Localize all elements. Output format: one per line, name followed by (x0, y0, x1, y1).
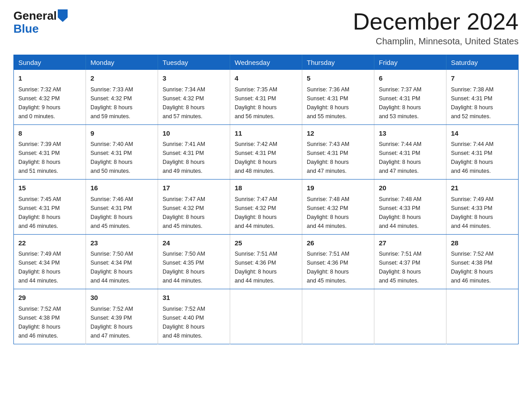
day-info-12: Sunrise: 7:43 AMSunset: 4:31 PMDaylight:… (307, 140, 369, 176)
empty-day-cell (230, 289, 302, 344)
day-cell-14: 14Sunrise: 7:44 AMSunset: 4:31 PMDayligh… (446, 124, 519, 180)
day-cell-26: 26Sunrise: 7:51 AMSunset: 4:36 PMDayligh… (302, 234, 374, 289)
day-cell-11: 11Sunrise: 7:42 AMSunset: 4:31 PMDayligh… (230, 124, 302, 180)
day-info-13: Sunrise: 7:44 AMSunset: 4:31 PMDaylight:… (379, 140, 442, 176)
day-cell-20: 20Sunrise: 7:48 AMSunset: 4:33 PMDayligh… (374, 180, 446, 235)
day-number-29: 29 (18, 293, 81, 303)
day-number-28: 28 (451, 238, 514, 248)
day-info-14: Sunrise: 7:44 AMSunset: 4:31 PMDaylight:… (451, 140, 514, 176)
day-info-16: Sunrise: 7:46 AMSunset: 4:31 PMDaylight:… (90, 195, 153, 231)
day-info-15: Sunrise: 7:45 AMSunset: 4:31 PMDaylight:… (18, 195, 81, 231)
day-number-18: 18 (235, 183, 297, 193)
svg-marker-0 (58, 9, 68, 22)
week-row-3: 15Sunrise: 7:45 AMSunset: 4:31 PMDayligh… (14, 180, 519, 235)
day-info-31: Sunrise: 7:52 AMSunset: 4:40 PMDaylight:… (163, 304, 225, 340)
day-info-3: Sunrise: 7:34 AMSunset: 4:32 PMDaylight:… (163, 85, 225, 121)
day-cell-18: 18Sunrise: 7:47 AMSunset: 4:32 PMDayligh… (230, 180, 302, 235)
day-number-22: 22 (18, 238, 81, 248)
day-number-12: 12 (307, 128, 369, 139)
day-info-28: Sunrise: 7:52 AMSunset: 4:38 PMDaylight:… (451, 249, 514, 285)
day-number-1: 1 (18, 73, 81, 84)
day-info-22: Sunrise: 7:49 AMSunset: 4:34 PMDaylight:… (18, 249, 81, 285)
day-cell-13: 13Sunrise: 7:44 AMSunset: 4:31 PMDayligh… (374, 124, 446, 180)
day-cell-1: 1Sunrise: 7:32 AMSunset: 4:32 PMDaylight… (14, 70, 86, 124)
day-cell-22: 22Sunrise: 7:49 AMSunset: 4:34 PMDayligh… (14, 234, 86, 289)
day-cell-7: 7Sunrise: 7:38 AMSunset: 4:31 PMDaylight… (446, 70, 519, 124)
day-number-6: 6 (379, 73, 442, 84)
day-info-19: Sunrise: 7:48 AMSunset: 4:32 PMDaylight:… (307, 195, 369, 231)
day-cell-27: 27Sunrise: 7:51 AMSunset: 4:37 PMDayligh… (374, 234, 446, 289)
day-cell-30: 30Sunrise: 7:52 AMSunset: 4:39 PMDayligh… (86, 289, 158, 344)
day-number-20: 20 (379, 183, 442, 193)
week-row-2: 8Sunrise: 7:39 AMSunset: 4:31 PMDaylight… (14, 124, 519, 180)
header-wednesday: Wednesday (230, 55, 302, 70)
header-tuesday: Tuesday (158, 55, 230, 70)
day-info-21: Sunrise: 7:49 AMSunset: 4:33 PMDaylight:… (451, 195, 514, 231)
week-row-4: 22Sunrise: 7:49 AMSunset: 4:34 PMDayligh… (14, 234, 519, 289)
day-number-13: 13 (379, 128, 442, 139)
day-number-15: 15 (18, 183, 81, 193)
calendar-table: Sunday Monday Tuesday Wednesday Thursday… (13, 55, 519, 344)
day-number-7: 7 (451, 73, 514, 84)
day-number-31: 31 (163, 293, 225, 303)
day-number-26: 26 (307, 238, 369, 248)
day-info-25: Sunrise: 7:51 AMSunset: 4:36 PMDaylight:… (235, 249, 297, 285)
month-year-heading: December 2024 (353, 9, 519, 34)
day-cell-21: 21Sunrise: 7:49 AMSunset: 4:33 PMDayligh… (446, 180, 519, 235)
day-info-7: Sunrise: 7:38 AMSunset: 4:31 PMDaylight:… (451, 85, 514, 121)
day-cell-28: 28Sunrise: 7:52 AMSunset: 4:38 PMDayligh… (446, 234, 519, 289)
day-info-8: Sunrise: 7:39 AMSunset: 4:31 PMDaylight:… (18, 140, 81, 176)
day-number-5: 5 (307, 73, 369, 84)
day-cell-4: 4Sunrise: 7:35 AMSunset: 4:31 PMDaylight… (230, 70, 302, 124)
day-number-23: 23 (90, 238, 153, 248)
day-number-21: 21 (451, 183, 514, 193)
day-cell-8: 8Sunrise: 7:39 AMSunset: 4:31 PMDaylight… (14, 124, 86, 180)
day-number-17: 17 (163, 183, 225, 193)
day-number-14: 14 (451, 128, 514, 139)
header-saturday: Saturday (446, 55, 519, 70)
day-cell-3: 3Sunrise: 7:34 AMSunset: 4:32 PMDaylight… (158, 70, 230, 124)
header-monday: Monday (86, 55, 158, 70)
location-subtitle: Champlin, Minnesota, United States (353, 36, 519, 47)
day-info-26: Sunrise: 7:51 AMSunset: 4:36 PMDaylight:… (307, 249, 369, 285)
day-info-18: Sunrise: 7:47 AMSunset: 4:32 PMDaylight:… (235, 195, 297, 231)
day-info-24: Sunrise: 7:50 AMSunset: 4:35 PMDaylight:… (163, 249, 225, 285)
day-info-23: Sunrise: 7:50 AMSunset: 4:34 PMDaylight:… (90, 249, 153, 285)
logo-flag-icon (57, 9, 69, 23)
day-info-1: Sunrise: 7:32 AMSunset: 4:32 PMDaylight:… (18, 85, 81, 121)
day-info-9: Sunrise: 7:40 AMSunset: 4:31 PMDaylight:… (90, 140, 153, 176)
day-number-8: 8 (18, 128, 81, 139)
day-info-2: Sunrise: 7:33 AMSunset: 4:32 PMDaylight:… (90, 85, 153, 121)
header-sunday: Sunday (14, 55, 86, 70)
day-cell-12: 12Sunrise: 7:43 AMSunset: 4:31 PMDayligh… (302, 124, 374, 180)
day-cell-23: 23Sunrise: 7:50 AMSunset: 4:34 PMDayligh… (86, 234, 158, 289)
empty-day-cell (302, 289, 374, 344)
day-cell-2: 2Sunrise: 7:33 AMSunset: 4:32 PMDaylight… (86, 70, 158, 124)
calendar-title: December 2024 Champlin, Minnesota, Unite… (353, 9, 519, 47)
day-cell-31: 31Sunrise: 7:52 AMSunset: 4:40 PMDayligh… (158, 289, 230, 344)
day-cell-10: 10Sunrise: 7:41 AMSunset: 4:31 PMDayligh… (158, 124, 230, 180)
day-info-30: Sunrise: 7:52 AMSunset: 4:39 PMDaylight:… (90, 304, 153, 340)
day-info-29: Sunrise: 7:52 AMSunset: 4:38 PMDaylight:… (18, 304, 81, 340)
week-row-5: 29Sunrise: 7:52 AMSunset: 4:38 PMDayligh… (14, 289, 519, 344)
day-cell-5: 5Sunrise: 7:36 AMSunset: 4:31 PMDaylight… (302, 70, 374, 124)
day-cell-24: 24Sunrise: 7:50 AMSunset: 4:35 PMDayligh… (158, 234, 230, 289)
day-number-16: 16 (90, 183, 153, 193)
day-info-11: Sunrise: 7:42 AMSunset: 4:31 PMDaylight:… (235, 140, 297, 176)
day-info-10: Sunrise: 7:41 AMSunset: 4:31 PMDaylight:… (163, 140, 225, 176)
week-row-1: 1Sunrise: 7:32 AMSunset: 4:32 PMDaylight… (14, 70, 519, 124)
day-cell-6: 6Sunrise: 7:37 AMSunset: 4:31 PMDaylight… (374, 70, 446, 124)
empty-day-cell (446, 289, 519, 344)
day-cell-16: 16Sunrise: 7:46 AMSunset: 4:31 PMDayligh… (86, 180, 158, 235)
empty-day-cell (374, 289, 446, 344)
logo: General Blue (13, 9, 69, 36)
header-thursday: Thursday (302, 55, 374, 70)
day-cell-19: 19Sunrise: 7:48 AMSunset: 4:32 PMDayligh… (302, 180, 374, 235)
day-number-25: 25 (235, 238, 297, 248)
day-cell-9: 9Sunrise: 7:40 AMSunset: 4:31 PMDaylight… (86, 124, 158, 180)
day-info-17: Sunrise: 7:47 AMSunset: 4:32 PMDaylight:… (163, 195, 225, 231)
day-info-20: Sunrise: 7:48 AMSunset: 4:33 PMDaylight:… (379, 195, 442, 231)
day-number-2: 2 (90, 73, 153, 84)
day-number-19: 19 (307, 183, 369, 193)
page-header: General Blue December 2024 Champlin, Min… (13, 9, 519, 47)
